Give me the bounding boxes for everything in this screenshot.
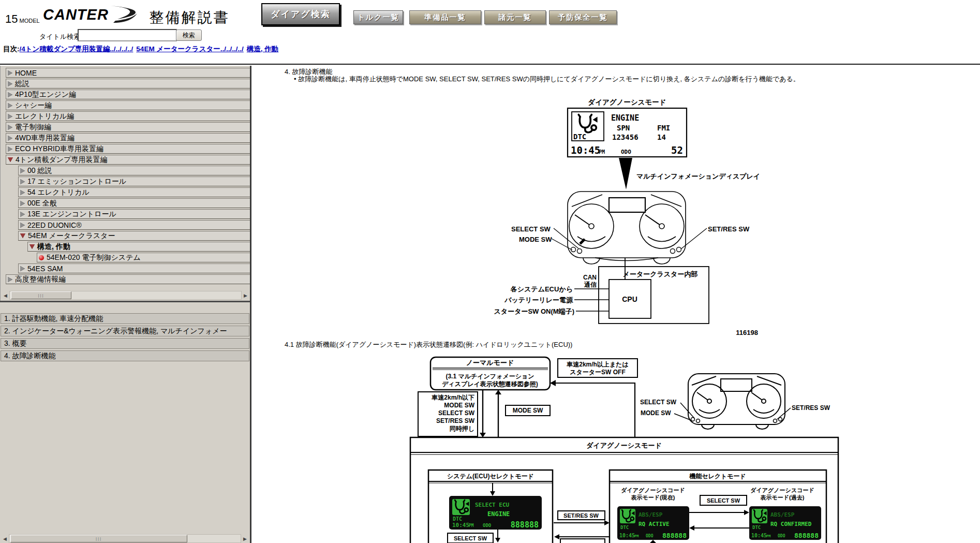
- dtc-label: DTC: [573, 133, 586, 141]
- expanded-triangle-icon[interactable]: [29, 244, 35, 249]
- scroll-right-icon[interactable]: ▶: [241, 535, 249, 542]
- tree-item[interactable]: 電子制御編: [6, 122, 250, 132]
- nav-preventive-list-button[interactable]: 予防保全一覧: [549, 10, 617, 24]
- nav-specs-list-button[interactable]: 諸元一覧: [484, 10, 546, 24]
- tree-item[interactable]: HOME: [6, 68, 250, 78]
- now-mode-title1: ダイアグノーシスコード: [621, 487, 685, 493]
- title-search-label: タイトル検索: [39, 32, 80, 41]
- spn-value: 123456: [612, 133, 639, 141]
- section-list-item[interactable]: 2. インジケーター&ウォーニング表示警報機能, マルチインフォメー: [1, 326, 249, 336]
- lcd-system-select-display: DTC SELECT ECU ENGINE 10:45 PM ODO 88888…: [449, 496, 542, 530]
- tree-item-label: 54ES SAM: [27, 265, 63, 273]
- collapsed-triangle-icon[interactable]: [20, 168, 25, 173]
- collapsed-triangle-icon[interactable]: [8, 277, 12, 282]
- setres-sw-label: SET/RES SW: [708, 225, 750, 233]
- lcd-line2: RQ ACTIVE: [639, 521, 670, 527]
- scrollbar-thumb[interactable]: |||: [11, 291, 71, 299]
- breadcrumb-link-page[interactable]: 構造, 作動: [247, 45, 279, 53]
- search-button[interactable]: 検索: [176, 30, 202, 41]
- collapsed-triangle-icon[interactable]: [8, 70, 12, 76]
- service-manual-page: 15 MODEL CANTER 整備解説書 ダイアグ検索 トルク一覧 準備品一覧…: [0, 0, 980, 543]
- tree-horizontal-scrollbar[interactable]: ◀ ||| ▶: [2, 291, 249, 300]
- tree-item-label: 00 総説: [27, 166, 52, 175]
- collapsed-triangle-icon[interactable]: [20, 266, 25, 271]
- section-list-item[interactable]: 4. 故障診断機能: [1, 350, 249, 361]
- model-word: MODEL: [19, 18, 39, 24]
- lcd-current-code-display: DTC ABS/ESP RQ ACTIVE 10:45 PM ODO 88888…: [617, 506, 689, 540]
- nav-diag-search-button[interactable]: ダイアグ検索: [261, 3, 340, 25]
- cpu-label: CPU: [622, 295, 637, 303]
- exit-condition-line2: スターターSW OFF: [570, 369, 626, 376]
- tree-item-label: 54EM-020 電子制御システム: [47, 253, 141, 262]
- setres-sw-box: SET/RES SW: [563, 512, 599, 519]
- expanded-triangle-icon[interactable]: [8, 157, 13, 162]
- fig-state-transition: ノーマルモード (3.1 マルチインフォメーション ディスプレイ表示状態遷移図参…: [409, 356, 849, 543]
- arrowhead-down: [490, 491, 495, 496]
- tree-item[interactable]: 総説: [6, 79, 250, 89]
- tree-item[interactable]: 構造, 作動: [27, 242, 250, 252]
- collapsed-triangle-icon[interactable]: [8, 146, 12, 152]
- scroll-left-icon[interactable]: ◀: [1, 535, 9, 542]
- tree-item[interactable]: 4トン積載ダンプ専用装置編: [6, 155, 250, 165]
- collapsed-triangle-icon[interactable]: [20, 212, 25, 217]
- scrollbar-track[interactable]: |||: [9, 291, 242, 300]
- collapsed-triangle-icon[interactable]: [20, 223, 25, 228]
- scroll-left-icon[interactable]: ◀: [2, 291, 9, 299]
- now-mode-title2: 表示モード(現在): [631, 494, 675, 501]
- normal-mode-ref1: (3.1 マルチインフォメーション: [446, 373, 534, 380]
- page-dot-icon[interactable]: [39, 255, 44, 260]
- tree-item[interactable]: ECO HYBRID車専用装置編: [6, 144, 250, 154]
- odo-label: ODO: [646, 534, 654, 538]
- select-sw-label: SELECT SW: [511, 225, 551, 233]
- collapsed-triangle-icon[interactable]: [20, 201, 25, 206]
- scrollbar-track[interactable]: |||: [9, 534, 241, 543]
- title-search-input[interactable]: [78, 29, 177, 41]
- collapsed-triangle-icon[interactable]: [8, 125, 12, 130]
- collapsed-triangle-icon[interactable]: [8, 92, 12, 97]
- list-horizontal-scrollbar[interactable]: ◀ ||| ▶: [1, 534, 249, 543]
- scroll-right-icon[interactable]: ▶: [242, 291, 249, 299]
- collapsed-triangle-icon[interactable]: [20, 179, 25, 184]
- tree-item[interactable]: 4WD車専用装置編: [6, 133, 250, 143]
- lcd-line2: ENGINE: [487, 510, 510, 518]
- tree-item[interactable]: 高度整備情報編: [6, 274, 250, 284]
- section-list-item[interactable]: 1. 計器駆動機能, 車速分配機能: [1, 313, 249, 324]
- tree-item[interactable]: 54EM メータークラスター: [18, 231, 250, 241]
- odo-value: 888888: [662, 532, 687, 539]
- tree-item-label: 13E エンジンコントロール: [27, 210, 116, 219]
- section-list-item[interactable]: 3. 概要: [1, 338, 249, 349]
- tree-item[interactable]: 00E 全般: [18, 198, 250, 208]
- collapsed-triangle-icon[interactable]: [8, 81, 12, 86]
- display-callout: マルチインフォメーションディスプレイ: [636, 172, 760, 180]
- tree-item[interactable]: エレクトリカル編: [6, 111, 250, 121]
- tree-item[interactable]: 00 総説: [18, 166, 250, 175]
- tree-item[interactable]: 17 エミッションコントロール: [18, 177, 250, 186]
- collapsed-triangle-icon[interactable]: [20, 190, 25, 195]
- tree-item-label: 高度整備情報編: [15, 275, 66, 284]
- scrollbar-thumb[interactable]: |||: [10, 535, 187, 542]
- app-logo: 15 MODEL CANTER 整備解説書: [5, 2, 230, 25]
- tree-item[interactable]: シャシー編: [6, 100, 250, 110]
- lcd-line1: ABS/ESP: [639, 511, 663, 518]
- lcd-past-code-display: DTC ABS/ESP RQ CONFIRMED 10:45 PM ODO 88…: [749, 506, 821, 540]
- tree-item[interactable]: 4P10型エンジン編: [6, 90, 250, 99]
- tree-item[interactable]: 13E エンジンコントロール: [18, 209, 250, 219]
- collapsed-triangle-icon[interactable]: [8, 136, 12, 141]
- breadcrumb-link-volume[interactable]: /4トン積載ダンプ専用装置編../../../../: [20, 45, 133, 53]
- canter-brand-logo: CANTER: [42, 4, 144, 25]
- nav-torque-list-button[interactable]: トルク一覧: [353, 10, 403, 24]
- tree-item[interactable]: 54 エレクトリカル: [18, 187, 250, 197]
- tree-item[interactable]: 22ED DUONIC®: [18, 220, 250, 230]
- nav-preparation-list-button[interactable]: 準備品一覧: [409, 10, 481, 24]
- thumb-grip-icon: |||: [96, 536, 102, 541]
- expanded-triangle-icon[interactable]: [20, 233, 25, 238]
- collapsed-triangle-icon[interactable]: [8, 103, 12, 108]
- collapsed-triangle-icon[interactable]: [8, 114, 12, 119]
- can-label: CAN: [583, 274, 597, 281]
- tree-item-label: 22ED DUONIC®: [27, 221, 81, 229]
- dtc-label: DTC: [752, 525, 761, 530]
- breadcrumb-link-group[interactable]: 54EM メータークラスター../../../../: [136, 45, 243, 53]
- tree-item[interactable]: 54EM-020 電子制御システム: [37, 253, 250, 262]
- tree-item[interactable]: 54ES SAM: [18, 263, 250, 273]
- bullet-icon: •: [294, 75, 296, 83]
